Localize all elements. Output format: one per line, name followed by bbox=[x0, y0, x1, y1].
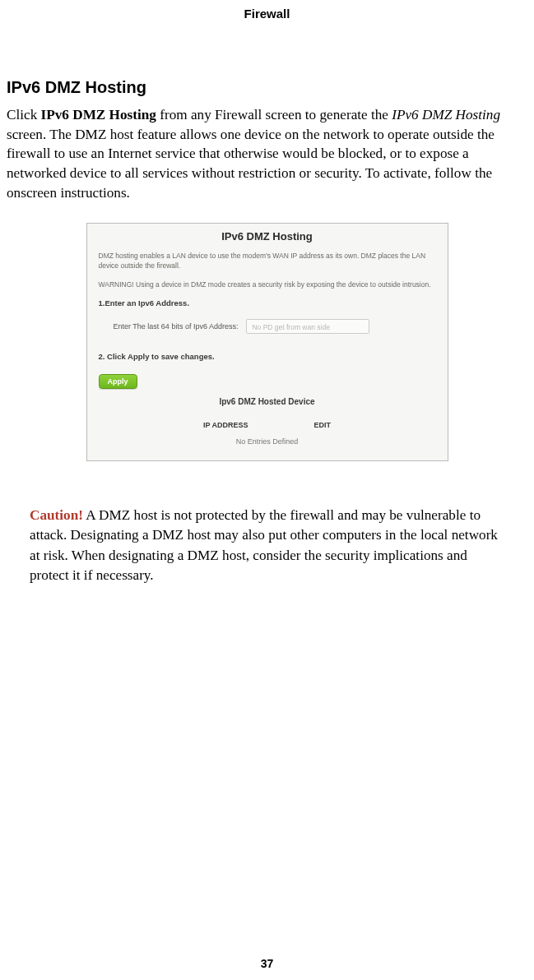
col-edit: EDIT bbox=[314, 421, 332, 429]
col-ip-address: IP ADDRESS bbox=[203, 421, 248, 429]
ipv6-address-label: Enter The last 64 bits of Ipv6 Address: bbox=[114, 322, 239, 331]
panel-step-2: 2. Click Apply to save changes. bbox=[99, 352, 436, 361]
panel-desc-1: DMZ hosting enables a LAN device to use … bbox=[99, 251, 436, 272]
screenshot-panel: IPv6 DMZ Hosting DMZ hosting enables a L… bbox=[86, 223, 448, 461]
page-header: Firewall bbox=[0, 0, 534, 21]
panel-step-1: 1.Enter an Ipv6 Address. bbox=[99, 298, 436, 307]
para-mid: from any Firewall screen to generate the bbox=[156, 107, 392, 122]
ipv6-address-input[interactable]: No PD get from wan side bbox=[246, 319, 369, 334]
para-bold: IPv6 DMZ Hosting bbox=[41, 107, 156, 122]
panel-desc-2: WARNING! Using a device in DMZ mode crea… bbox=[99, 280, 436, 290]
caution-block: Caution! A DMZ host is not protected by … bbox=[30, 506, 504, 586]
ipv6-address-row: Enter The last 64 bits of Ipv6 Address: … bbox=[114, 319, 436, 334]
caution-label: Caution! bbox=[30, 507, 83, 523]
panel-subhead: Ipv6 DMZ Hosted Device bbox=[99, 397, 436, 406]
panel-table-header: IP ADDRESS EDIT bbox=[99, 421, 436, 429]
para-post: screen. The DMZ host feature allows one … bbox=[7, 127, 495, 201]
panel-empty-row: No Entries Defined bbox=[99, 437, 436, 446]
intro-paragraph: Click IPv6 DMZ Hosting from any Firewall… bbox=[7, 105, 527, 203]
apply-button[interactable]: Apply bbox=[99, 374, 137, 389]
section-heading: IPv6 DMZ Hosting bbox=[7, 78, 527, 97]
panel-title: IPv6 DMZ Hosting bbox=[99, 230, 436, 243]
para-ital: IPv6 DMZ Hosting bbox=[392, 107, 500, 122]
para-pre: Click bbox=[7, 107, 41, 122]
page-content: IPv6 DMZ Hosting Click IPv6 DMZ Hosting … bbox=[0, 21, 534, 586]
page-number: 37 bbox=[0, 957, 534, 970]
caution-text: A DMZ host is not protected by the firew… bbox=[30, 507, 498, 583]
